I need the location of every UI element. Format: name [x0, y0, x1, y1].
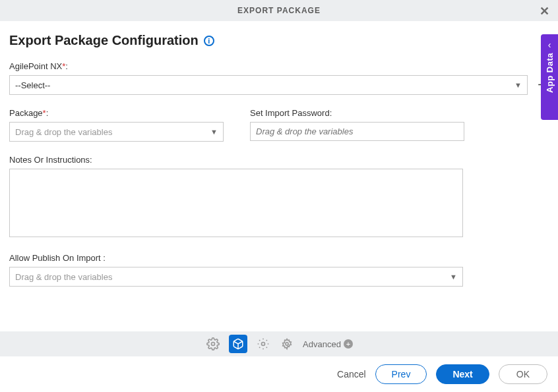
dialog-header: EXPORT PACKAGE ✕	[0, 0, 558, 21]
info-icon[interactable]: i	[204, 36, 214, 46]
gear-small-icon[interactable]	[255, 336, 271, 352]
agilepoint-row: --Select-- ▼ +	[9, 75, 549, 95]
publish-label: Allow Publish On Import :	[9, 253, 549, 263]
gear-icon[interactable]	[205, 336, 221, 352]
page-title: Export Package Configuration	[9, 33, 199, 48]
password-input[interactable]	[250, 122, 464, 141]
two-column-row: Package*: Drag & drop the variables ▼ Se…	[9, 108, 549, 142]
package-select[interactable]: Drag & drop the variables ▼	[9, 122, 224, 142]
agilepoint-select[interactable]: --Select-- ▼	[9, 75, 528, 95]
gear-outline-icon[interactable]	[279, 336, 295, 352]
chevron-left-icon: ‹	[548, 40, 551, 50]
content-area: Export Package Configuration i AgilePoin…	[0, 21, 558, 287]
package-label: Package*:	[9, 108, 224, 118]
side-tab-label: App Data	[545, 53, 555, 93]
agilepoint-select-value: --Select--	[15, 80, 50, 90]
prev-button[interactable]: Prev	[375, 364, 427, 384]
dialog-title: EXPORT PACKAGE	[237, 6, 321, 15]
close-icon[interactable]: ✕	[540, 4, 550, 18]
package-column: Package*: Drag & drop the variables ▼	[9, 108, 224, 142]
button-row: Cancel Prev Next OK	[337, 364, 547, 384]
plus-circle-icon: +	[344, 339, 353, 349]
cancel-button[interactable]: Cancel	[337, 369, 366, 379]
svg-point-0	[212, 343, 215, 346]
app-data-side-tab[interactable]: ‹ App Data	[541, 34, 558, 120]
publish-placeholder: Drag & drop the variables	[15, 272, 112, 282]
caret-down-icon: ▼	[450, 273, 457, 281]
caret-down-icon: ▼	[514, 81, 522, 89]
caret-down-icon: ▼	[210, 128, 218, 136]
next-button[interactable]: Next	[436, 364, 489, 384]
agilepoint-label: AgilePoint NX*:	[9, 61, 549, 71]
password-column: Set Import Password:	[250, 108, 464, 142]
advanced-link[interactable]: Advanced +	[303, 339, 353, 349]
svg-point-2	[262, 343, 265, 346]
title-row: Export Package Configuration i	[9, 33, 549, 48]
package-placeholder: Drag & drop the variables	[15, 127, 112, 137]
advanced-label: Advanced	[303, 339, 341, 349]
footer-toolbar: Advanced +	[0, 331, 558, 356]
svg-point-3	[286, 343, 288, 345]
publish-select[interactable]: Drag & drop the variables ▼	[9, 267, 463, 287]
package-icon[interactable]	[229, 335, 247, 353]
ok-button[interactable]: OK	[499, 364, 547, 384]
notes-label: Notes Or Instructions:	[9, 155, 549, 165]
notes-textarea[interactable]	[9, 169, 463, 237]
password-label: Set Import Password:	[250, 108, 464, 118]
